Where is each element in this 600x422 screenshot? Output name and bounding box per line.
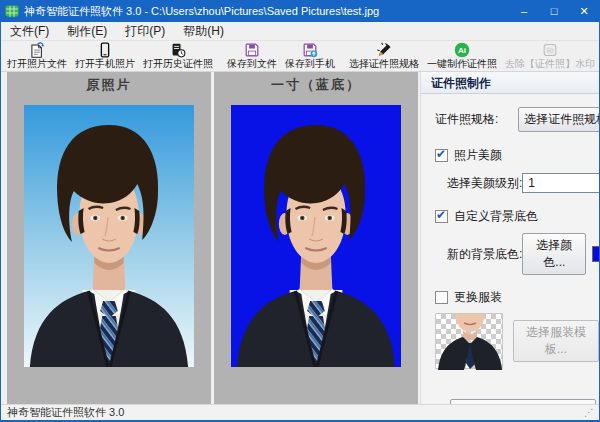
custom-bg-checkbox[interactable]	[435, 210, 448, 223]
spec-label: 证件照规格:	[435, 111, 498, 128]
toolbar-label: 去除【证件照】水印	[505, 58, 595, 70]
result-photo-caption: 一寸（蓝底）	[271, 72, 361, 98]
toolbar-label: 保存到手机	[285, 58, 335, 70]
remove-watermark-icon: 印	[542, 42, 558, 58]
change-clothes-row: 更换服装	[421, 289, 599, 306]
sidebar: 证件照制作 证件照规格: 选择证件照规格 照片美颜 选择美颜级别: 1 ▼ 自定…	[420, 72, 599, 404]
select-spec-icon	[376, 42, 392, 58]
open-history-photo-icon	[170, 42, 186, 58]
toolbar-save-to-file[interactable]: 保存到文件	[223, 41, 281, 71]
menu-help[interactable]: 帮助(H)	[174, 22, 233, 40]
toolbar-open-photo-file[interactable]: 打开照片文件	[3, 41, 71, 71]
pick-color-button[interactable]: 选择颜色...	[522, 233, 586, 275]
beauty-level-value: 1	[528, 176, 599, 190]
change-clothes-label: 更换服装	[454, 289, 502, 306]
clothes-template-preview	[436, 314, 504, 370]
save-to-phone-icon	[302, 42, 318, 58]
original-photo-panel: 原照片	[7, 72, 211, 404]
toolbar-select-spec[interactable]: 选择证件照规格	[345, 41, 423, 71]
sidebar-header: 证件照制作	[421, 72, 599, 94]
maximize-button[interactable]: □	[539, 0, 569, 22]
new-bg-label: 新的背景底色:	[447, 246, 522, 263]
new-bg-row: 新的背景底色: 选择颜色...	[421, 233, 599, 275]
result-photo	[231, 105, 401, 367]
select-clothes-template-button: 选择服装模板...	[513, 320, 599, 362]
save-to-file-icon	[244, 42, 260, 58]
open-photo-file-icon	[29, 42, 45, 58]
custom-bg-row: 自定义背景底色	[421, 208, 599, 225]
beauty-level-row: 选择美颜级别: 1 ▼	[421, 173, 599, 193]
toolbar-open-history-photo[interactable]: 打开历史证件照	[139, 41, 217, 71]
menu-print[interactable]: 打印(P)	[116, 22, 174, 40]
app-logo-icon	[5, 4, 19, 18]
svg-text:印: 印	[547, 47, 554, 54]
toolbar: 打开照片文件 打开手机照片 打开历史证件照 保存	[1, 41, 599, 72]
menu-make[interactable]: 制作(E)	[58, 22, 116, 40]
original-photo-caption: 原照片	[87, 72, 132, 98]
toolbar-save-to-phone[interactable]: 保存到手机	[281, 41, 339, 71]
svg-text:Ai: Ai	[458, 46, 466, 55]
status-bar: 神奇智能证件照软件 3.0 ⋰	[1, 404, 599, 422]
close-button[interactable]: ✕	[569, 0, 599, 22]
clothes-template-thumbnail	[435, 313, 503, 369]
toolbar-label: 保存到文件	[227, 58, 277, 70]
toolbar-label: 打开照片文件	[7, 58, 67, 70]
toolbar-open-phone-photo[interactable]: 打开手机照片	[71, 41, 139, 71]
toolbar-remove-watermark: 印 去除【证件照】水印	[501, 41, 599, 71]
toolbar-label: 一键制作证件照	[427, 58, 497, 70]
main-area: 原照片	[1, 72, 599, 404]
toolbar-label: 打开手机照片	[75, 58, 135, 70]
resize-grip-icon[interactable]: ⋰	[584, 407, 593, 418]
beauty-label: 照片美颜	[454, 147, 502, 164]
result-photo-panel: 一寸（蓝底）	[214, 72, 418, 404]
change-clothes-checkbox[interactable]	[435, 291, 448, 304]
select-spec-button[interactable]: 选择证件照规格	[518, 107, 599, 132]
status-text: 神奇智能证件照软件 3.0	[7, 405, 124, 420]
minimize-button[interactable]: –	[509, 0, 539, 22]
beauty-checkbox[interactable]	[435, 149, 448, 162]
menu-file[interactable]: 文件(F)	[1, 22, 58, 40]
menu-bar: 文件(F) 制作(E) 打印(P) 帮助(H)	[1, 22, 599, 41]
toolbar-ai-make[interactable]: Ai 一键制作证件照	[423, 41, 501, 71]
beauty-row: 照片美颜	[421, 147, 599, 164]
app-window: 神奇智能证件照软件 3.0 - C:\Users\zhou\Pictures\S…	[0, 0, 600, 422]
open-phone-photo-icon	[97, 42, 113, 58]
window-title: 神奇智能证件照软件 3.0 - C:\Users\zhou\Pictures\S…	[24, 4, 509, 19]
original-photo	[24, 105, 194, 367]
toolbar-label: 选择证件照规格	[349, 58, 419, 70]
beauty-level-select[interactable]: 1 ▼	[522, 173, 599, 193]
custom-bg-label: 自定义背景底色	[454, 208, 538, 225]
clothes-template-row: 选择服装模板...	[421, 313, 599, 369]
ai-make-icon: Ai	[454, 42, 470, 58]
beauty-level-label: 选择美颜级别:	[447, 175, 522, 192]
toolbar-label: 打开历史证件照	[143, 58, 213, 70]
spec-row: 证件照规格: 选择证件照规格	[421, 107, 599, 132]
title-bar: 神奇智能证件照软件 3.0 - C:\Users\zhou\Pictures\S…	[1, 0, 599, 22]
bg-color-swatch[interactable]	[592, 246, 599, 262]
